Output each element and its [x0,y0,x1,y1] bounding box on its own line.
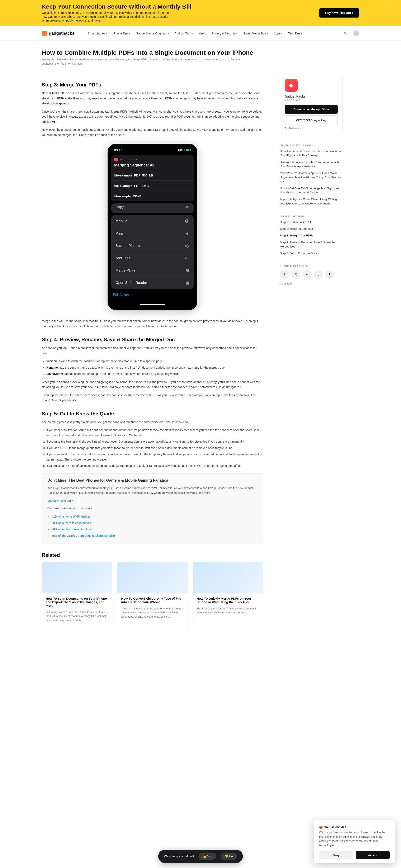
app-sub: MOBILE APP [285,99,338,101]
notif-app-name: MERGE PDFS [120,158,138,161]
copy-link[interactable]: Copy Link [280,282,342,286]
toc-title: JUMP TO SECTION [280,215,342,218]
toc-link[interactable]: Step 2: Install the Shortcut [280,227,342,231]
step4-p2: When you're finished previewing the doc … [42,379,263,390]
step4-intro: As soon as you tap "Done," a preview of … [42,345,263,356]
step5-heading: Step 5: Get to Know the Quirks [42,411,263,417]
phone-screenshot: 03:15 ▮▮▯ 􀙇 MERGE PDFS Merging Sequence:… [107,144,197,310]
related-cards: How To Scan Documents on Your iPhone and… [42,562,263,629]
go-premium-link[interactable]: Go Premium → [285,127,338,130]
step4-p3: If you tap the banner, the share sheet o… [42,393,263,403]
nav-originals[interactable]: Gadget Hacks Originals [136,32,169,35]
page-title: How to Combine Multiple PDFs into a Sing… [42,49,359,56]
share-title: SHARE THIS ARTICLE [280,265,342,267]
notif-file-2: file-example_PDF_1MB [111,181,194,191]
sheet-add-tags[interactable]: Add Tags 🏷 [111,252,194,264]
card-thumb [193,562,263,593]
infobox-buy-link[interactable]: Buy Now (80% off) > [48,499,73,502]
deal-link[interactable]: 59% off the XSplit VCam video background… [52,534,116,537]
edit-actions-link[interactable]: Edit Actions... [111,289,194,298]
banner-close-icon[interactable]: ✕ [390,4,395,8]
toc-section: JUMP TO SECTION Step 1: Update to iOS 14… [280,211,342,256]
other-tip-link[interactable]: Unlock Advanced Home Screen Customizatio… [280,149,342,158]
site-logo[interactable]: gadgethacks [42,31,74,36]
home-indicator [140,304,165,305]
deal-link[interactable]: 41% off a home Wi-Fi analyzer [52,515,91,518]
step4-heading: Step 4: Preview, Rename, Save & Share th… [42,337,263,343]
notif-file-1: file-example_PDF_500_kB [111,170,194,181]
app-name: Gadget Hacks [285,95,338,98]
step3-p3: Now, open the share sheet for each subse… [42,127,263,137]
signal-icon: ▮▮▯ [178,149,183,152]
banner-buy-button[interactable]: Buy Now (80% off) > [319,8,359,18]
nav-deals[interactable]: Tech Deals [288,32,303,35]
share-flipboard-icon[interactable]: F [325,270,334,279]
pinterest-icon: ⓟ [185,244,189,248]
deal-link[interactable]: 98% off a learn to code bundle [52,521,91,525]
other-tips-section: OTHER SHORTCUTS TIPS Unlock Advanced Hom… [280,140,342,206]
nav-news[interactable]: News [198,32,206,35]
chevron-down-icon [129,32,130,35]
books-icon: ▥ [185,280,189,285]
copy-icon: ⧉ [185,205,189,209]
toc-link[interactable]: Step 4: Preview, Rename, Save & Share th… [280,240,342,249]
nav-iphone-tips[interactable]: iPhone Tips [113,32,130,35]
sheet-merge-pdfs[interactable]: Merge PDFs ▧ [111,264,194,277]
nav-smartphones[interactable]: Smartphones [88,32,107,35]
share-facebook-icon[interactable]: f [280,270,289,279]
gallery-link[interactable]: Gallery [42,58,50,61]
infobox-deals-head: Other worthwhile deals to check out: [48,506,257,511]
card-thumb [42,562,112,593]
other-tip-link[interactable]: Your iPhone's Shortcuts App Just Got a M… [280,171,342,184]
googleplay-button[interactable]: GET IT ON Google Play [285,116,338,125]
tag-icon: 🏷 [185,256,189,260]
sheet-print[interactable]: Print 🖨 [111,227,194,240]
infobox-lead: Keep Your Connection Secure Without a Mo… [48,486,257,495]
share-reddit-icon[interactable]: ▸ [302,270,312,279]
markup-icon: Ⓐ [185,219,189,223]
related-card[interactable]: How To Scan Documents on Your iPhone and… [42,562,112,629]
other-tip-link[interactable]: Use Your iPhone's Back Tap Feature to La… [280,160,342,169]
toc-link[interactable]: Step 1: Update to iOS 14 [280,220,342,224]
sheet-copy[interactable]: Copy ⧉ [111,204,194,213]
related-card[interactable]: How To Quickly Merge PDFs on Your iPhone… [193,562,263,629]
toc-link[interactable]: Step 5: Get to Know the Quirks [280,251,342,255]
related-card[interactable]: How To Convert Almost Any Type of File i… [117,562,188,629]
nav-apps[interactable]: Apps [274,32,282,35]
nav-android-tips[interactable]: Android Tips [175,32,193,35]
sheet-safari-reader[interactable]: Open Safari Reader ▥ [111,277,194,289]
promo-banner: Keep Your Connection Secure Without a Mo… [0,0,401,26]
chevron-down-icon [236,32,237,35]
logo-mark-icon [42,31,47,36]
step4-bullets: Preview: Swipe through the document or t… [47,359,263,377]
sheet-pinterest[interactable]: Save to Pinterest ⓟ [111,240,194,252]
article-body: Step 3: Merge Your PDFs Now all that's l… [42,74,263,629]
related-heading: Related [42,552,263,558]
chevron-down-icon [191,32,192,35]
search-icon[interactable]: 🔍 [344,32,347,35]
share-section: SHARE THIS ARTICLE f 𝕏 ▸ p F Copy Link [280,261,342,286]
other-tip-link[interactable]: How to Get Free Wi-Fi on Long-Haul Fligh… [280,186,342,195]
app-card: ◆ Gadget Hacks MOBILE APP Download on th… [280,74,342,134]
toc-link[interactable]: Step 3: Merge Your PDFs [280,234,342,238]
card-thumb [117,562,187,593]
nav-privacy[interactable]: Privacy & Security [212,32,237,35]
user-avatar[interactable] [353,30,359,36]
banner-title: Keep Your Connection Secure Without a Mo… [42,3,191,10]
top-nav: gadgethacks Smartphones iPhone Tips Gadg… [0,26,401,41]
step5-list: If you hear a notification sound but don… [47,428,263,468]
other-tip-link[interactable]: Apple Intelligence Cheat Sheet: Every Wr… [280,197,342,206]
deal-link[interactable]: 98% off an accounting bootcamp [52,528,94,531]
stack-icon: ▧ [185,268,189,273]
step3-p2: Once you're on the share sheet, scroll d… [42,109,263,124]
appstore-button[interactable]: Download on the App Store [285,105,338,114]
page-lede: Gallery. Scroll down until you see the s… [42,57,246,66]
brand-name: gadgethacks [49,31,74,36]
share-pinterest-icon[interactable]: p [314,270,323,279]
share-x-icon[interactable]: 𝕏 [291,270,300,279]
banner-subtitle: Get a lifetime subscription to VPN Unlim… [42,11,171,23]
sheet-markup[interactable]: Markup Ⓐ [111,215,194,227]
nav-social[interactable]: Social Media Tips [243,32,268,35]
page-header: How to Combine Multiple PDFs into a Sing… [42,41,359,68]
dont-miss-box: Don't Miss: The Best Phones for Gamers &… [42,473,263,545]
